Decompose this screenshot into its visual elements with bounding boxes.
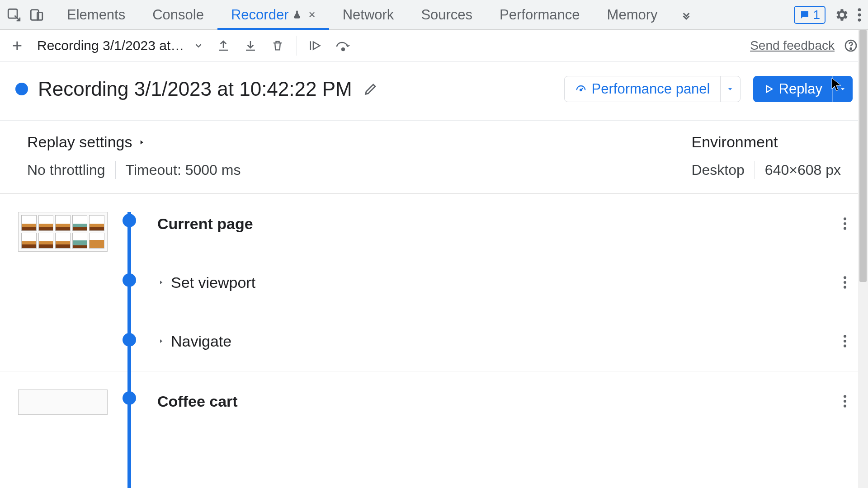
scrollbar-thumb[interactable] bbox=[859, 30, 867, 282]
step-menu-icon[interactable] bbox=[840, 272, 850, 292]
step-row[interactable]: Navigate bbox=[157, 329, 850, 353]
svg-point-10 bbox=[844, 217, 846, 220]
svg-point-8 bbox=[850, 48, 852, 49]
step-title: Coffee cart bbox=[157, 393, 238, 410]
divider bbox=[115, 161, 116, 179]
main-menu-icon[interactable] bbox=[857, 7, 862, 23]
tab-sources[interactable]: Sources bbox=[407, 0, 486, 29]
issues-chip[interactable]: 1 bbox=[794, 6, 826, 24]
step-group: Coffee cart bbox=[18, 389, 850, 415]
performance-panel-button[interactable]: Performance panel bbox=[564, 76, 741, 102]
svg-point-6 bbox=[342, 48, 344, 51]
step-over-icon[interactable] bbox=[332, 35, 354, 56]
delete-icon[interactable] bbox=[267, 35, 288, 56]
tab-label: Sources bbox=[421, 7, 472, 23]
send-feedback-link[interactable]: Send feedback bbox=[750, 38, 835, 53]
svg-point-15 bbox=[844, 286, 846, 289]
recording-status-dot bbox=[15, 83, 28, 95]
throttling-value: No throttling bbox=[27, 162, 105, 178]
step-group: Current page Set viewport Navigate bbox=[18, 212, 850, 353]
device-toolbar-icon[interactable] bbox=[25, 4, 48, 26]
environment-size: 640×608 px bbox=[765, 162, 841, 178]
svg-point-11 bbox=[844, 222, 846, 225]
svg-point-14 bbox=[844, 281, 846, 284]
flask-icon bbox=[292, 9, 302, 21]
step-screenshot-thumbnail[interactable] bbox=[18, 212, 108, 252]
chevron-down-icon bbox=[193, 41, 203, 51]
step-row[interactable]: Current page bbox=[157, 212, 850, 235]
environment-title: Environment bbox=[691, 133, 841, 151]
divider bbox=[297, 36, 297, 56]
svg-point-16 bbox=[844, 335, 846, 338]
chevron-right-icon bbox=[137, 137, 146, 148]
svg-point-18 bbox=[844, 345, 846, 347]
devtools-tabstrip: Elements Console Recorder × Network Sour… bbox=[0, 0, 868, 30]
edit-title-icon[interactable] bbox=[363, 81, 378, 97]
recorder-toolbar: Recording 3/1/2023 at 10… Send feedback bbox=[0, 30, 868, 61]
tab-elements[interactable]: Elements bbox=[53, 0, 139, 29]
message-icon bbox=[799, 9, 810, 20]
recording-header: Recording 3/1/2023 at 10:42:22 PM Perfor… bbox=[0, 61, 868, 121]
section-title: Replay settings bbox=[27, 133, 132, 151]
tab-label: Recorder bbox=[231, 7, 289, 23]
timeline-node bbox=[123, 214, 136, 227]
step-row[interactable]: Set viewport bbox=[157, 271, 850, 294]
gauge-icon bbox=[575, 83, 587, 95]
tab-performance[interactable]: Performance bbox=[486, 0, 593, 29]
timeline-node bbox=[123, 273, 136, 287]
timeout-value: Timeout: 5000 ms bbox=[126, 162, 241, 178]
tab-label: Network bbox=[343, 7, 394, 23]
button-label: Replay bbox=[779, 81, 823, 97]
steps-panel: Current page Set viewport Navigate bbox=[0, 194, 868, 433]
tab-label: Performance bbox=[500, 7, 580, 23]
step-label: Set viewport bbox=[171, 274, 255, 291]
svg-point-17 bbox=[844, 340, 846, 343]
replay-settings-row: Replay settings No throttling Timeout: 5… bbox=[0, 121, 868, 194]
timeline-node bbox=[123, 333, 136, 347]
tab-recorder[interactable]: Recorder × bbox=[217, 0, 329, 29]
play-icon bbox=[764, 84, 774, 94]
recording-selector-label: Recording 3/1/2023 at 10… bbox=[37, 38, 186, 53]
divider bbox=[755, 161, 755, 179]
settings-gear-icon[interactable] bbox=[834, 7, 849, 23]
recording-title: Recording 3/1/2023 at 10:42:22 PM bbox=[38, 78, 352, 100]
svg-point-13 bbox=[844, 276, 846, 279]
environment-device: Desktop bbox=[691, 162, 744, 178]
step-menu-icon[interactable] bbox=[840, 331, 850, 351]
tab-memory[interactable]: Memory bbox=[594, 0, 671, 29]
step-row[interactable]: Coffee cart bbox=[157, 389, 850, 413]
import-icon[interactable] bbox=[212, 35, 234, 56]
step-screenshot-thumbnail[interactable] bbox=[18, 389, 108, 415]
panel-tabs: Elements Console Recorder × Network Sour… bbox=[53, 0, 701, 29]
svg-point-5 bbox=[858, 18, 861, 21]
step-menu-icon[interactable] bbox=[840, 214, 850, 234]
close-icon[interactable]: × bbox=[308, 8, 315, 22]
recording-selector[interactable]: Recording 3/1/2023 at 10… bbox=[33, 38, 207, 53]
vertical-scrollbar[interactable] bbox=[858, 30, 868, 488]
perf-panel-dropdown[interactable] bbox=[720, 76, 740, 102]
svg-point-4 bbox=[858, 13, 861, 16]
step-menu-icon[interactable] bbox=[840, 391, 850, 411]
new-recording-icon[interactable] bbox=[6, 35, 28, 56]
inspect-element-icon[interactable] bbox=[3, 4, 25, 26]
step-play-icon[interactable] bbox=[305, 35, 327, 56]
tab-network[interactable]: Network bbox=[329, 0, 408, 29]
tab-label: Console bbox=[152, 7, 204, 23]
tab-label: Memory bbox=[607, 7, 658, 23]
button-label: Performance panel bbox=[592, 81, 710, 97]
tabs-overflow-icon[interactable] bbox=[671, 0, 701, 29]
replay-settings-toggle[interactable]: Replay settings bbox=[27, 133, 691, 151]
tab-label: Elements bbox=[67, 7, 125, 23]
timeline bbox=[120, 212, 138, 347]
export-icon[interactable] bbox=[240, 35, 261, 56]
tab-console[interactable]: Console bbox=[139, 0, 217, 29]
chevron-right-icon bbox=[157, 336, 165, 346]
step-label: Navigate bbox=[171, 333, 231, 350]
timeline-node bbox=[123, 391, 136, 405]
step-title: Current page bbox=[157, 215, 253, 233]
issues-count: 1 bbox=[813, 8, 820, 22]
svg-point-12 bbox=[844, 227, 846, 230]
svg-point-9 bbox=[580, 89, 582, 91]
chevron-right-icon bbox=[157, 277, 165, 287]
svg-point-21 bbox=[844, 405, 846, 408]
